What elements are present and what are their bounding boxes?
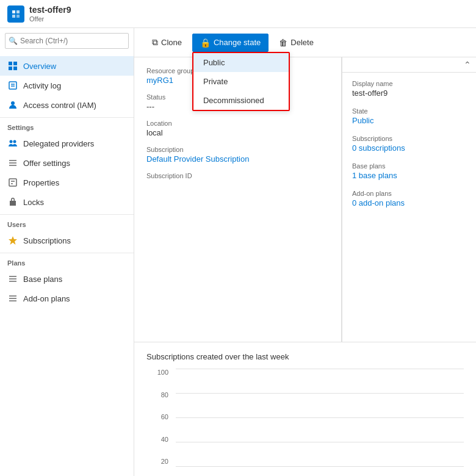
subscriptions-value[interactable]: 0 subscriptions (352, 143, 466, 153)
sidebar-item-overview[interactable]: Overview (0, 56, 134, 76)
sidebar-item-locks[interactable]: Locks (0, 192, 134, 212)
dropdown-item-private[interactable]: Private (193, 72, 289, 91)
display-name-field: Display name test-offer9 (352, 80, 466, 98)
sidebar-item-add-on-plans-label: Add-on plans (23, 294, 70, 303)
svg-point-13 (13, 140, 16, 143)
y-label-80: 80 (146, 391, 172, 398)
sidebar-item-subscriptions-label: Subscriptions (23, 236, 71, 245)
app-subtitle: Offer (29, 15, 71, 23)
base-plans-value[interactable]: 1 base plans (352, 171, 466, 180)
subscription-id-label: Subscription ID (146, 172, 329, 179)
clone-button[interactable]: ⧉ Clone (144, 33, 190, 52)
sidebar-item-overview-label: Overview (23, 62, 56, 71)
subscription-value[interactable]: Default Provider Subscription (146, 154, 329, 164)
svg-rect-1 (16, 10, 20, 13)
sidebar-item-offer-settings[interactable]: Offer settings (0, 153, 134, 173)
subscriptions-label: Subscriptions (352, 135, 466, 142)
app-title-block: test-offer9 Offer (29, 5, 71, 23)
subscriptions-field: Subscriptions 0 subscriptions (352, 135, 466, 153)
y-label-40: 40 (146, 436, 172, 443)
add-on-plans-value[interactable]: 0 add-on plans (352, 198, 466, 207)
delegated-providers-icon (7, 138, 18, 149)
top-bar: test-offer9 Offer (0, 0, 476, 28)
subscription-field: Subscription Default Provider Subscripti… (146, 146, 329, 164)
svg-rect-4 (9, 62, 12, 65)
sidebar-nav: Overview Activity log Access control (IA… (0, 54, 134, 476)
sidebar-item-activity-label: Activity log (23, 81, 61, 90)
users-section-label: Users (0, 214, 134, 231)
sidebar-item-access-control[interactable]: Access control (IAM) (0, 95, 134, 115)
add-on-plans-icon (7, 293, 18, 304)
sidebar-item-delegated-label: Delegated providers (23, 139, 94, 148)
svg-rect-8 (9, 82, 16, 89)
grid-line-80 (176, 393, 464, 394)
change-state-dropdown-container: 🔒 Change state Public Private Decommissi… (192, 34, 269, 52)
sidebar-item-subscriptions[interactable]: Subscriptions (0, 231, 134, 250)
app-title: test-offer9 (29, 5, 71, 15)
svg-rect-6 (9, 67, 12, 70)
search-input[interactable] (5, 33, 129, 49)
base-plans-icon (7, 273, 18, 284)
sidebar-item-base-plans[interactable]: Base plans (0, 269, 134, 289)
search-wrapper: 🔍 (0, 28, 134, 54)
svg-rect-5 (13, 62, 17, 65)
sidebar-item-properties-label: Properties (23, 178, 59, 187)
activity-log-icon (7, 80, 18, 91)
delete-icon: 🗑 (279, 38, 287, 48)
app-icon (7, 5, 24, 23)
y-label-100: 100 (146, 369, 172, 376)
subscriptions-icon (7, 235, 18, 246)
settings-section-label: Settings (0, 117, 134, 134)
overview-icon (7, 60, 18, 71)
chart-title: Subscriptions created over the last week (146, 352, 464, 361)
svg-point-11 (11, 101, 15, 105)
grid-line-20 (176, 466, 464, 467)
sidebar-item-activity-log[interactable]: Activity log (0, 76, 134, 95)
location-field: Location local (146, 120, 329, 137)
chart-section: Subscriptions created over the last week… (134, 342, 476, 476)
y-label-60: 60 (146, 413, 172, 420)
sidebar-item-access-label: Access control (IAM) (23, 101, 96, 110)
locks-icon (7, 197, 18, 207)
state-value[interactable]: Public (352, 116, 466, 125)
plans-section-label: Plans (0, 253, 134, 269)
properties-icon (7, 177, 18, 188)
base-plans-label: Base plans (352, 162, 466, 170)
sidebar-item-offer-settings-label: Offer settings (23, 159, 70, 168)
grid-line-100 (176, 369, 464, 369)
state-label: State (352, 107, 466, 115)
delete-button[interactable]: 🗑 Delete (271, 34, 322, 52)
location-label: Location (146, 120, 329, 127)
grid-line-40 (176, 442, 464, 442)
change-state-button[interactable]: 🔒 Change state (192, 34, 269, 52)
display-name-label: Display name (352, 80, 466, 87)
sidebar-item-delegated-providers[interactable]: Delegated providers (0, 134, 134, 153)
state-field: State Public (352, 107, 466, 125)
grid-line-60 (176, 417, 464, 418)
state-dropdown-menu: Public Private Decommissioned (192, 52, 290, 111)
dropdown-item-decommissioned[interactable]: Decommissioned (193, 91, 289, 110)
svg-rect-17 (9, 179, 16, 186)
location-value: local (146, 128, 329, 137)
svg-rect-0 (12, 10, 15, 13)
clone-icon: ⧉ (152, 37, 158, 48)
lock-icon: 🔒 (200, 38, 211, 48)
svg-rect-3 (16, 15, 20, 18)
collapse-icon[interactable]: ⌃ (464, 60, 471, 70)
svg-rect-2 (12, 15, 15, 18)
right-panel: Display name test-offer9 State Public Su… (342, 73, 476, 225)
sidebar-item-properties[interactable]: Properties (0, 173, 134, 192)
chart-area: 100 80 60 40 20 (146, 369, 464, 466)
sidebar: 🔍 Overview Activity log (0, 28, 134, 476)
add-on-plans-label: Add-on plans (352, 190, 466, 197)
display-name-value: test-offer9 (352, 88, 466, 98)
sidebar-item-add-on-plans[interactable]: Add-on plans (0, 289, 134, 308)
access-control-icon (7, 99, 18, 110)
base-plans-field: Base plans 1 base plans (352, 162, 466, 180)
dropdown-item-public[interactable]: Public (193, 53, 289, 72)
y-label-20: 20 (146, 458, 172, 465)
svg-point-12 (10, 140, 13, 143)
svg-marker-20 (9, 236, 17, 245)
sidebar-item-base-plans-label: Base plans (23, 275, 62, 284)
sidebar-item-locks-label: Locks (23, 198, 44, 207)
